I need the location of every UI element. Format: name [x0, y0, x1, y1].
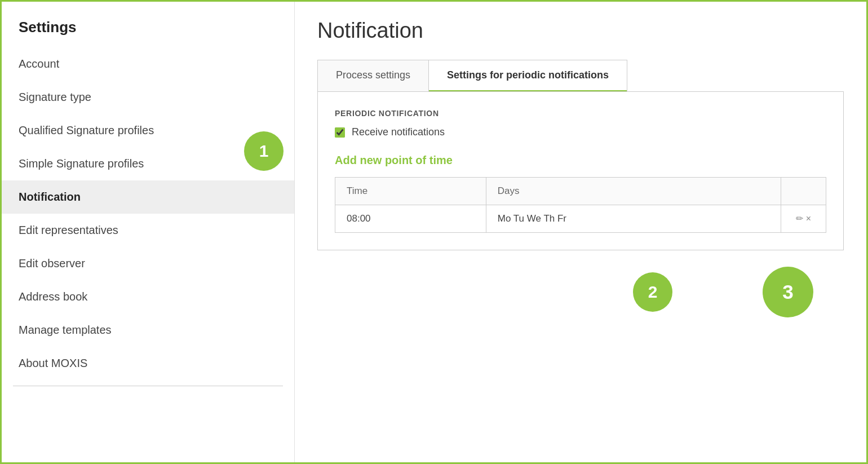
app-container: Settings Account Signature type Qualifie… [0, 0, 868, 464]
badge-1: 1 [244, 131, 284, 171]
sidebar-item-signature-type[interactable]: Signature type [2, 81, 294, 114]
cell-days: Mo Tu We Th Fr [486, 205, 781, 233]
content-panel: PERIODIC NOTIFICATION Receive notificati… [317, 91, 844, 250]
table-row: 08:00 Mo Tu We Th Fr ✏ × [335, 205, 826, 233]
sidebar: Settings Account Signature type Qualifie… [2, 2, 295, 462]
badge-3: 3 [763, 267, 813, 317]
edit-icon[interactable]: ✏ [796, 214, 803, 223]
sidebar-title: Settings [2, 13, 294, 47]
section-label: PERIODIC NOTIFICATION [335, 109, 826, 118]
sidebar-divider [13, 386, 283, 386]
receive-notifications-checkbox[interactable] [335, 127, 345, 138]
sidebar-item-account[interactable]: Account [2, 47, 294, 81]
page-title: Notification [317, 19, 844, 43]
main-content: Notification Process settings Settings f… [295, 2, 866, 462]
badge-2: 2 [633, 272, 672, 312]
tabs-container: Process settings Settings for periodic n… [317, 60, 627, 91]
checkbox-row: Receive notifications [335, 126, 826, 138]
cell-actions: ✏ × [781, 205, 826, 233]
sidebar-item-notification[interactable]: Notification [2, 180, 294, 214]
tab-periodic-notifications[interactable]: Settings for periodic notifications [429, 60, 627, 91]
delete-icon[interactable]: × [806, 214, 811, 223]
sidebar-item-about-moxis[interactable]: About MOXIS [2, 347, 294, 380]
col-header-actions [781, 178, 826, 205]
sidebar-item-address-book[interactable]: Address book [2, 280, 294, 313]
cell-time: 08:00 [335, 205, 486, 233]
notification-table: Time Days 08:00 Mo Tu We Th Fr ✏ × [335, 177, 826, 233]
col-header-time: Time [335, 178, 486, 205]
col-header-days: Days [486, 178, 781, 205]
sidebar-item-edit-representatives[interactable]: Edit representatives [2, 214, 294, 247]
sidebar-item-manage-templates[interactable]: Manage templates [2, 313, 294, 347]
table-header-row: Time Days [335, 178, 826, 205]
sidebar-item-edit-observer[interactable]: Edit observer [2, 247, 294, 280]
tab-process-settings[interactable]: Process settings [318, 60, 429, 91]
checkbox-label: Receive notifications [352, 126, 445, 138]
add-new-heading[interactable]: Add new point of time [335, 154, 826, 167]
